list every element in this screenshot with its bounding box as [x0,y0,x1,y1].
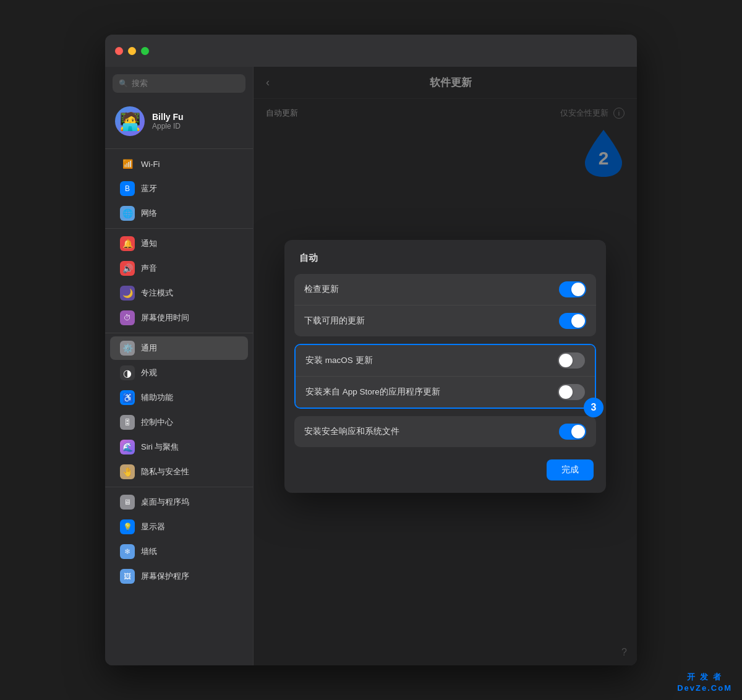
sidebar-item-privacy[interactable]: 🤚 隐私与安全性 [110,460,248,484]
sidebar-item-screentime[interactable]: ⏱ 屏幕使用时间 [110,306,248,330]
sidebar-item-wallpaper[interactable]: ❄ 墙纸 [110,540,248,563]
sidebar-item-label: 网络 [141,208,157,219]
displays-icon: 💡 [120,519,135,534]
sidebar-item-label: 通知 [141,238,157,249]
toggle-install-macos[interactable] [558,352,585,369]
toggle-row-appstore: 安装来自 App Store的应用程序更新 [296,377,595,408]
done-button[interactable]: 完成 [547,459,594,480]
toggle-install-security[interactable] [559,424,586,440]
modal-section-title: 自动 [284,240,606,274]
notification-icon: 🔔 [120,236,135,251]
toggle-download-label: 下载可用的更新 [304,315,559,327]
toggle-check-updates[interactable] [559,281,586,297]
sidebar: 🔍 搜索 🧑‍💻 Billy Fu Apple ID 📶 Wi-Fi [105,67,254,665]
sidebar-item-label: 桌面与程序坞 [141,497,189,508]
toggle-knob [571,425,585,438]
modal-done-row: 完成 [284,455,606,480]
sidebar-divider-4 [105,487,253,487]
modal-group-2-highlighted: 安装 macOS 更新 安装来自 App Store的应用程序更新 [294,344,596,409]
user-profile[interactable]: 🧑‍💻 Billy Fu Apple ID [105,100,253,146]
sidebar-item-label: 隐私与安全性 [141,466,189,477]
accessibility-icon: ♿ [120,390,135,405]
sidebar-item-bluetooth[interactable]: B 蓝牙 [110,177,248,200]
toggle-knob [571,314,585,328]
sidebar-item-displays[interactable]: 💡 显示器 [110,515,248,539]
modal-dialog: 自动 检查更新 下载可用的更新 [284,240,606,493]
main-window: 🔍 搜索 🧑‍💻 Billy Fu Apple ID 📶 Wi-Fi [105,35,637,665]
toggle-knob [559,385,573,399]
focus-icon: 🌙 [120,286,135,301]
sidebar-item-wifi[interactable]: 📶 Wi-Fi [110,152,248,176]
content-area: ‹ 软件更新 自动更新 仅安全性更新 i 2 [254,67,637,665]
sidebar-item-label: 显示器 [141,521,165,532]
screentime-icon: ⏱ [120,310,135,325]
sidebar-item-label: 墙纸 [141,546,157,557]
sidebar-item-label: 屏幕使用时间 [141,312,189,323]
sidebar-item-focus[interactable]: 🌙 专注模式 [110,281,248,305]
watermark-line2: DevZe.CoM [677,683,732,694]
toggle-download-updates[interactable] [559,313,586,329]
user-subtitle: Apple ID [152,122,184,130]
sidebar-item-label: Wi-Fi [141,160,160,169]
toggle-row-check: 检查更新 [294,274,596,305]
sidebar-item-label: 屏幕保护程序 [141,571,189,582]
toggle-row-macos: 安装 macOS 更新 [296,345,595,377]
toggle-appstore-label: 安装来自 App Store的应用程序更新 [305,386,558,398]
controlcenter-icon: 🎛 [120,415,135,430]
sidebar-divider-3 [105,333,253,333]
search-icon: 🔍 [119,79,128,88]
sidebar-divider-2 [105,228,253,229]
sidebar-divider-1 [105,148,253,149]
search-bar[interactable]: 🔍 搜索 [113,74,245,93]
maximize-button[interactable] [141,47,149,55]
appearance-icon: ◑ [120,365,135,380]
sidebar-item-label: 通用 [141,343,157,354]
toggle-security-label: 安装安全响应和系统文件 [304,426,559,437]
sidebar-item-accessibility[interactable]: ♿ 辅助功能 [110,386,248,409]
sidebar-item-screensaver[interactable]: 🖼 屏幕保护程序 [110,565,248,588]
sidebar-item-sound[interactable]: 🔊 声音 [110,257,248,280]
user-name: Billy Fu [152,112,184,122]
network-icon: 🌐 [120,206,135,221]
sidebar-item-label: 蓝牙 [141,183,157,194]
modal-badge-3: 3 [584,398,603,417]
watermark: 开 发 者 DevZe.CoM [677,672,732,694]
avatar: 🧑‍💻 [115,106,145,136]
toggle-group-3: 安装安全响应和系统文件 [294,416,596,447]
sidebar-item-appearance[interactable]: ◑ 外观 [110,361,248,385]
desktop-icon: 🖥 [120,495,135,510]
toggle-macos-label: 安装 macOS 更新 [305,355,558,366]
close-button[interactable] [115,47,123,55]
traffic-lights [115,47,149,55]
wifi-icon: 📶 [120,156,135,171]
wallpaper-icon: ❄ [120,544,135,559]
sidebar-item-general[interactable]: ⚙️ 通用 [110,336,248,360]
sidebar-item-label: 控制中心 [141,417,173,428]
bluetooth-icon: B [120,181,135,196]
toggle-install-appstore[interactable] [558,384,585,400]
sidebar-item-controlcenter[interactable]: 🎛 控制中心 [110,411,248,434]
sidebar-item-siri[interactable]: 🌊 Siri 与聚焦 [110,435,248,459]
toggle-row-download: 下载可用的更新 [294,305,596,336]
minimize-button[interactable] [128,47,136,55]
modal-group-1: 检查更新 下载可用的更新 [294,274,596,336]
sidebar-item-label: 辅助功能 [141,392,173,403]
toggle-group-1: 检查更新 下载可用的更新 [294,274,596,336]
sound-icon: 🔊 [120,261,135,276]
sidebar-item-network[interactable]: 🌐 网络 [110,202,248,225]
toggle-check-label: 检查更新 [304,284,559,295]
modal-overlay: 自动 检查更新 下载可用的更新 [254,67,637,665]
privacy-icon: 🤚 [120,464,135,479]
sidebar-item-desktop[interactable]: 🖥 桌面与程序坞 [110,490,248,514]
sidebar-item-notification[interactable]: 🔔 通知 [110,232,248,255]
user-info: Billy Fu Apple ID [152,112,184,130]
watermark-line1: 开 发 者 [677,672,732,683]
siri-icon: 🌊 [120,440,135,455]
toggle-row-security: 安装安全响应和系统文件 [294,416,596,447]
title-bar [105,35,637,67]
toggle-knob [559,354,573,367]
modal-group-3: 安装安全响应和系统文件 [294,416,596,447]
general-icon: ⚙️ [120,341,135,356]
search-placeholder: 搜索 [132,78,148,89]
toggle-knob [571,283,585,296]
